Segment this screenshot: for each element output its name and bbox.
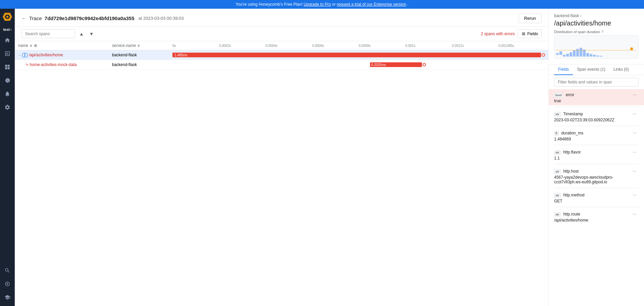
field-menu-button[interactable]: ···: [631, 148, 639, 155]
field-header: fl duration_ms ···: [554, 129, 639, 136]
span-table-container[interactable]: name ∨ ⊕ service.name ∨: [15, 41, 548, 306]
svg-rect-5: [556, 53, 559, 55]
field-divider: [554, 126, 639, 126]
field-value: /api/activities/home: [554, 218, 639, 223]
bar2-label: 0.2025ms: [371, 63, 386, 67]
field-value: 4567-yaya2devops-awscloudpro-ccot7vfi3ph…: [554, 175, 639, 184]
field-header: str http.flavor ···: [554, 148, 639, 155]
field-item: str http.method ··· GET: [549, 189, 644, 205]
svg-rect-16: [593, 55, 596, 57]
field-header: str http.method ···: [554, 191, 639, 198]
sidebar-item-bell[interactable]: [1, 88, 13, 100]
field-header: str http.host ···: [554, 168, 639, 174]
bar1-circle: [542, 53, 545, 57]
field-name: error: [566, 93, 574, 97]
field-item: str Timestamp ··· 2023-03-02T23:39:03.60…: [549, 108, 644, 124]
breadcrumb-chevron-icon: ›: [580, 13, 582, 18]
col-header-service: service.name ∨: [109, 41, 169, 50]
tab-span-events[interactable]: Span events (1): [573, 64, 609, 75]
fields-button[interactable]: Fields: [518, 29, 542, 38]
field-value: GET: [554, 199, 639, 203]
svg-rect-17: [596, 56, 599, 57]
svg-rect-6: [559, 51, 562, 55]
sidebar-item-grid[interactable]: [1, 61, 13, 73]
span-name-link[interactable]: /api/activities/home: [29, 53, 63, 57]
histogram-label: Distribution of span duration ?: [554, 30, 639, 34]
breadcrumb-parent[interactable]: backend-flask: [554, 13, 579, 18]
row1-timeline-cell: 1.485ms: [169, 50, 548, 60]
back-button[interactable]: ←: [21, 15, 26, 21]
field-item: str http.host ··· 4567-yaya2devops-awscl…: [549, 166, 644, 186]
sidebar-item-settings[interactable]: [1, 101, 13, 113]
field-menu-button[interactable]: ···: [631, 129, 639, 136]
upgrade-link[interactable]: Upgrade to Pro: [304, 2, 331, 7]
field-header: str Timestamp ···: [554, 110, 639, 117]
field-divider: [554, 145, 639, 145]
team-selector[interactable]: test ›: [1, 26, 13, 33]
field-divider: [554, 107, 639, 107]
field-menu-button[interactable]: ···: [631, 191, 639, 198]
field-header: bool error ···: [554, 91, 639, 98]
banner-trial-text: or: [332, 2, 336, 7]
field-header: str http.route ···: [554, 210, 639, 217]
top-banner: You're using Honeycomb's Free Plan! Upgr…: [0, 0, 644, 9]
span-table: name ∨ ⊕ service.name ∨: [15, 41, 548, 70]
field-value: 1.1: [554, 156, 639, 161]
svg-rect-11: [576, 49, 579, 57]
field-value: 1.484869: [554, 137, 639, 141]
field-name: http.route: [563, 212, 580, 217]
field-menu-button[interactable]: ···: [631, 168, 639, 174]
search-spans-input[interactable]: [21, 29, 75, 38]
field-divider: [554, 164, 639, 164]
expand-icon[interactable]: ···: [18, 53, 21, 57]
table-row[interactable]: ··· 1 /api/activities/home backend-flask…: [15, 50, 548, 60]
svg-rect-12: [580, 48, 582, 57]
sidebar-item-history[interactable]: [1, 74, 13, 86]
sidebar-item-chart[interactable]: [1, 48, 13, 60]
table-row[interactable]: └• home-activities-mock-data backend-fla…: [15, 60, 548, 70]
col-header-timeline: 0s 0.0002s 0.0004s 0.0006s 0.0008s 0.001…: [169, 41, 548, 50]
sidebar-item-hat[interactable]: [1, 291, 13, 303]
field-menu-button[interactable]: ···: [631, 110, 639, 117]
sidebar-item-home[interactable]: [1, 34, 13, 46]
rerun-button[interactable]: Rerun: [519, 13, 542, 23]
field-menu-button[interactable]: ···: [631, 91, 639, 98]
fields-filter-input[interactable]: [554, 78, 639, 86]
trial-link[interactable]: request a trial of our Enterprise versio…: [337, 2, 406, 7]
svg-rect-7: [563, 55, 566, 57]
svg-rect-18: [600, 56, 602, 57]
tab-links[interactable]: Links (0): [609, 64, 633, 75]
fields-icon: [521, 32, 526, 36]
field-value: 2023-03-02T23:39:03.60922062Z: [554, 118, 639, 122]
svg-rect-9: [570, 52, 572, 57]
row1-name-cell[interactable]: ··· 1 /api/activities/home: [15, 50, 109, 60]
panel-tabs: Fields Span events (1) Links (0): [549, 64, 644, 75]
next-arrow-button[interactable]: ▼: [88, 30, 95, 38]
errors-badge[interactable]: 2 spans with errors: [481, 32, 515, 36]
prev-arrow-button[interactable]: ▲: [78, 30, 85, 38]
field-type-badge: str: [554, 169, 561, 174]
honeycomb-logo[interactable]: [2, 11, 13, 22]
fields-list[interactable]: bool error ··· true str Timestamp ··· 20…: [549, 89, 644, 306]
breadcrumb: backend-flask ›: [554, 13, 639, 18]
field-name: http.flavor: [563, 150, 581, 155]
svg-rect-14: [586, 53, 589, 56]
span-number: 1: [22, 53, 28, 57]
span-toolbar: ▲ ▼ 2 spans with errors Fields: [15, 27, 548, 41]
trace-title-prefix: Trace: [29, 15, 42, 21]
sidebar-item-search[interactable]: [1, 264, 13, 277]
sidebar-item-monitor[interactable]: [1, 278, 13, 290]
field-name: http.host: [563, 169, 579, 174]
child-indent-icon: └•: [25, 63, 29, 67]
field-name: http.method: [563, 193, 584, 197]
span-name-link[interactable]: home-activities-mock-data: [30, 62, 77, 67]
tab-fields[interactable]: Fields: [554, 64, 573, 75]
row2-timeline-cell: 0.2025ms: [169, 60, 548, 70]
row2-name-cell[interactable]: └• home-activities-mock-data: [15, 60, 109, 70]
bar2-circle: [423, 63, 426, 66]
help-icon: ?: [601, 30, 603, 34]
field-type-badge: str: [554, 212, 561, 217]
field-menu-button[interactable]: ···: [631, 210, 639, 217]
svg-rect-13: [583, 50, 586, 57]
sidebar-nav: test ›: [0, 9, 15, 306]
